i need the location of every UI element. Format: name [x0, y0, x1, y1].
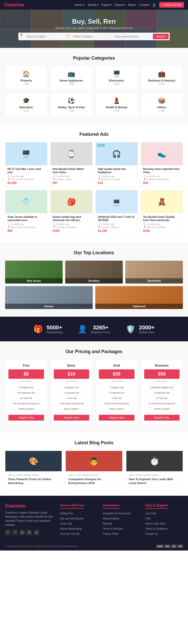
pricing-feature: 3 Ads will be bumped up — [99, 401, 135, 406]
nav-home[interactable]: Home ▾ — [75, 3, 85, 7]
category-input[interactable] — [71, 34, 110, 39]
category-card[interactable]: 📦 Others 1 Ad — [141, 93, 183, 116]
footer-col-3: Help & Support Live ChatFAQHow to Stay S… — [145, 503, 183, 537]
pricing-register-button[interactable]: Register Now — [144, 415, 180, 421]
search-button[interactable]: Search — [153, 34, 169, 39]
pricing-title: Our Pricing and Packages — [5, 349, 183, 354]
blog-card[interactable]: ⏱️ July 9, 2018 | Medical Theme How To E… — [126, 451, 183, 488]
location-card[interactable]: Bloomfield — [125, 261, 183, 284]
footer-link[interactable]: Contact Us — [145, 532, 158, 535]
footer-link[interactable]: How to Stay Safe — [145, 522, 165, 525]
categories-title: Popular Categories — [5, 56, 183, 61]
user-icon[interactable]: 👤 — [152, 3, 156, 7]
footer-link[interactable]: Terms & Conditions — [145, 527, 168, 530]
location-icon: 📍 — [19, 34, 23, 39]
nav-stores[interactable]: Stores ▾ — [115, 3, 125, 7]
pricing-register-button[interactable]: Register Now — [99, 415, 135, 421]
footer-link[interactable]: Selling Tips — [60, 512, 73, 515]
footer-link[interactable]: Sitemap — [103, 522, 112, 525]
ad-card[interactable]: 💻 Ultrabook 2018 core i7 with 16 GB RAM … — [96, 190, 138, 235]
footer-logo: Classima — [5, 503, 55, 509]
footer-link-item: Live Chat — [145, 511, 183, 515]
ad-body: Toy Bundle Export Quality form China who… — [141, 213, 183, 235]
pricing-register-button[interactable]: Register Now — [8, 415, 44, 421]
ad-time: ⏱ 6 months ago — [143, 223, 181, 225]
blog-card[interactable]: 👨 July 5, 2018 | Medical Theme Competiti… — [65, 451, 122, 488]
ad-card[interactable]: 🎒 Export quality bag pack wholesale min … — [50, 190, 93, 235]
pricing-feature: No Top Ads — [8, 396, 44, 401]
blog-card[interactable]: 🎨 July 12, 2018 | Medical Theme Three Po… — [5, 451, 62, 488]
footer-link[interactable]: Complete & Contact Info — [103, 512, 131, 515]
category-card[interactable]: 🖥️ Electronics 6 Ad — [96, 66, 138, 90]
pricing-period: per month — [54, 380, 89, 382]
ad-time: ⏱ 3 months ago — [143, 175, 181, 178]
social-icon[interactable]: f — [5, 530, 11, 535]
nav-blog[interactable]: Blog ▾ — [128, 3, 136, 7]
category-card[interactable]: 💼 Business & Industry 6 Ad — [141, 66, 183, 90]
category-card[interactable]: 🎓 Education 6 Ad — [5, 93, 47, 116]
ad-image: 🖥️ — [5, 142, 47, 165]
category-card[interactable]: 📺 Home Appliances 3 Ad — [50, 66, 93, 90]
keyword-input[interactable] — [113, 34, 152, 39]
ad-price: $36 — [143, 181, 181, 185]
footer-link[interactable]: Promote Your Ad — [60, 532, 79, 535]
location-card[interactable]: Brooklyn — [65, 261, 123, 284]
footer-link[interactable]: Banner Advertising — [60, 527, 82, 530]
ad-time: ⏱ 4 months ago — [7, 223, 45, 225]
post-free-ad-button[interactable]: + Post Free Ad — [159, 2, 184, 8]
ad-time: ⏱ 3 months ago — [53, 175, 90, 178]
social-icon[interactable]: p — [34, 530, 39, 535]
pricing-register-button[interactable]: Register Now — [54, 415, 89, 421]
footer-link-item: Contact Us — [145, 532, 183, 535]
footer-link[interactable]: Blog & Articles — [103, 517, 119, 520]
ad-price: $15 — [98, 181, 136, 185]
footer-link-item: Blog & Articles — [103, 516, 140, 520]
blog-image: 👨 — [66, 451, 122, 471]
pricing-feature: 5 Featured Ads — [144, 390, 180, 396]
ad-card[interactable]: 👟 Running shoes imported from China ⏱ 3 … — [141, 142, 183, 187]
footer-link[interactable]: FAQ — [145, 517, 151, 520]
ad-card[interactable]: 👕 Team Jersey available in reasonable pr… — [5, 190, 47, 235]
category-count: 1 Ad — [98, 109, 135, 112]
social-icon[interactable]: t — [12, 530, 18, 535]
category-card[interactable]: 💄 Health & Beauty 1 Ad — [96, 93, 138, 116]
pricing-card: Business $59 per month Unlimited Regular… — [141, 359, 183, 425]
social-icon[interactable]: in — [26, 530, 32, 535]
location-input[interactable] — [24, 34, 64, 39]
location-card[interactable]: New Jersey — [5, 261, 63, 284]
ad-image: 👕 — [5, 190, 47, 213]
footer-link[interactable]: Scam Tips — [60, 522, 72, 525]
nav-pages[interactable]: Pages ▾ — [102, 3, 112, 7]
category-card[interactable]: 🏠 Property 1 Ad — [5, 66, 47, 90]
ad-price: $230 — [143, 229, 181, 233]
location-card[interactable]: Inglewood — [95, 286, 183, 309]
nav-all-ads[interactable]: All Ads ▾ — [88, 3, 99, 7]
locations-top-row: New Jersey Brooklyn Bloomfield — [5, 261, 183, 284]
footer-description: Classima is Largest Classified Listing M… — [5, 511, 55, 527]
footer-link-item: Promote Your Ad — [60, 532, 98, 535]
category-count: 6 Ad — [98, 83, 135, 85]
footer-link[interactable]: Live Chat — [145, 512, 156, 515]
blog-meta: July 9, 2018 | Medical Theme — [129, 474, 180, 476]
ad-card[interactable]: ⌚ New Banded Smart Watch from China ⏱ 3 … — [50, 142, 93, 187]
location-card[interactable]: Kansas — [5, 286, 93, 309]
pricing-feature: 1 Top Ads — [54, 396, 89, 401]
pricing-feature: Unlimited Regular Ads — [144, 385, 180, 390]
ad-title: New Banded Smart Watch from China — [53, 167, 90, 174]
social-icon[interactable]: g — [19, 530, 25, 535]
category-card[interactable]: ⚽ Hobby, Sport & Kids 3 Ad — [50, 93, 93, 116]
ad-card[interactable]: 🧸 Toy Bundle Export Quality form China w… — [141, 190, 183, 235]
nav-contact[interactable]: Contact — [139, 3, 149, 6]
ad-card[interactable]: 🖥️ HD 27 inch Mac 1 year used only ⏱ 3 m… — [5, 142, 47, 187]
footer-link[interactable]: Privacy Policy — [103, 532, 119, 535]
ad-card[interactable]: 🎧 NEW High quality brand new headphone ⏱… — [96, 142, 138, 187]
footer-link-item: Terms of Services — [103, 527, 140, 530]
pricing-plan-name: Free — [8, 364, 44, 367]
ad-title: Export quality bag pack wholesale min 10… — [53, 215, 90, 222]
search-divider — [111, 34, 112, 39]
stat-icon: 🎁 — [33, 325, 43, 333]
footer-link[interactable]: Buy and Sell Quickly — [60, 517, 84, 520]
footer-link[interactable]: Terms of Services — [103, 527, 123, 530]
pricing-feature: No Ads will be bumped up — [8, 401, 44, 406]
footer-social: ftginp — [5, 530, 55, 535]
